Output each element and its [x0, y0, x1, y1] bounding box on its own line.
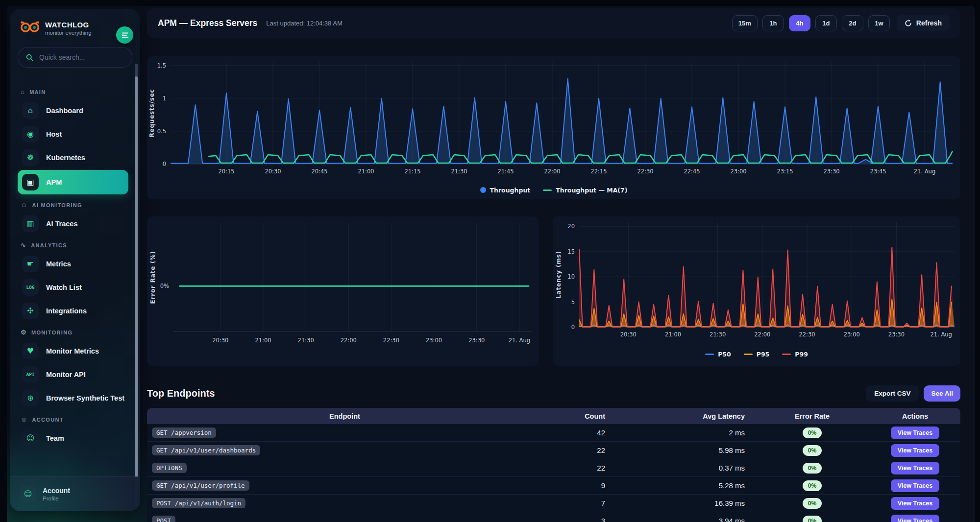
svg-text:21:00: 21:00 — [255, 337, 271, 344]
column-header-endpoint: Endpoint — [147, 412, 541, 420]
range-1d-button[interactable]: 1d — [815, 15, 837, 31]
see-all-button[interactable]: See All — [924, 385, 960, 402]
sidebar-item-ai-traces[interactable]: ▥AI Traces — [18, 213, 130, 235]
svg-text:21:45: 21:45 — [497, 168, 514, 175]
table-row: POST /api/v1/auth/login716.39 ms0%View T… — [147, 495, 960, 512]
column-header-error-rate: Error Rate — [755, 412, 870, 420]
svg-text:21:30: 21:30 — [451, 168, 467, 175]
puzzle-icon: ✣ — [27, 307, 33, 315]
sidebar-item-watch-list[interactable]: LOGWatch List — [18, 276, 130, 298]
sidebar-item-label: Watch List — [46, 284, 82, 291]
error-rate-cell: 0% — [755, 445, 870, 456]
legend-item-p50[interactable]: P50 — [705, 351, 731, 358]
range-1w-button[interactable]: 1w — [868, 15, 890, 31]
sidebar-item-metrics[interactable]: ☛Metrics — [18, 253, 130, 275]
sidebar-item-dashboard[interactable]: ⌂Dashboard — [18, 99, 130, 121]
endpoint-badge: OPTIONS — [152, 463, 187, 473]
tap-icon: ☛ — [27, 260, 34, 268]
svg-text:22:45: 22:45 — [684, 168, 700, 175]
throughput-chart[interactable]: 20:1520:3020:4521:0021:1521:3021:4522:00… — [147, 56, 960, 182]
home-outline-icon: ⌂ — [21, 88, 25, 95]
table-row: OPTIONS220.37 ms0%View Traces — [147, 459, 960, 477]
legend-item-p99[interactable]: P99 — [782, 351, 808, 358]
range-15m-button[interactable]: 15m — [732, 15, 758, 31]
endpoints-title: Top Endpoints — [147, 388, 215, 399]
view-traces-button[interactable]: View Traces — [891, 479, 939, 492]
svg-text:0: 0 — [571, 324, 575, 331]
throughput-legend: ThroughputThroughput — MA(7) — [147, 182, 960, 198]
search-input[interactable] — [38, 53, 123, 62]
actions-cell: View Traces — [870, 427, 960, 439]
latency-chart[interactable]: 20:3021:0021:3022:0022:3023:0023:3021. A… — [553, 216, 960, 346]
sidebar-item-label: APM — [46, 178, 62, 186]
view-traces-button[interactable]: View Traces — [891, 427, 939, 439]
error-rate-pill: 0% — [803, 498, 822, 509]
svg-text:23:30: 23:30 — [888, 331, 905, 338]
sidebar-item-monitor-metrics[interactable]: ♥Monitor Metrics — [18, 340, 130, 362]
sidebar-item-integrations[interactable]: ✣Integrations — [18, 300, 130, 322]
view-traces-button[interactable]: View Traces — [891, 444, 939, 457]
refresh-button[interactable]: Refresh — [897, 15, 950, 31]
svg-text:0.5: 0.5 — [157, 128, 166, 135]
error-rate-cell: 0% — [755, 480, 870, 491]
actions-cell: View Traces — [870, 462, 960, 475]
svg-text:20:15: 20:15 — [218, 168, 234, 175]
svg-text:22:00: 22:00 — [341, 337, 357, 344]
table-header-row: EndpointCountAvg LatencyError RateAction… — [147, 408, 960, 424]
quick-search[interactable] — [18, 47, 132, 68]
range-4h-button[interactable]: 4h — [789, 15, 810, 31]
svg-text:22:30: 22:30 — [799, 331, 815, 338]
svg-text:20:30: 20:30 — [265, 168, 281, 175]
error-rate-chart[interactable]: 20:3021:0021:3022:0022:3023:0023:3021. A… — [147, 216, 539, 366]
range-2d-button[interactable]: 2d — [842, 15, 863, 31]
sidebar-nav: ⌂MAIN⌂Dashboard◉Host☸Kubernetes▣APM☺AI M… — [10, 81, 135, 475]
error-rate-pill: 0% — [803, 427, 822, 438]
sidebar-collapse-button[interactable] — [116, 26, 133, 44]
sidebar-item-team[interactable]: ☺Team — [18, 427, 130, 449]
legend-item-p95[interactable]: P95 — [744, 351, 770, 358]
latency-legend: P50P95P99 — [553, 346, 960, 362]
range-1h-button[interactable]: 1h — [762, 15, 784, 31]
last-updated: Last updated: 12:04:38 AM — [266, 20, 342, 27]
avg-latency-cell: 5.28 ms — [615, 481, 755, 490]
sidebar-item-label: Monitor Metrics — [46, 347, 99, 355]
sidebar-item-monitor-api[interactable]: APIMonitor API — [18, 363, 130, 385]
endpoint-cell: OPTIONS — [147, 463, 541, 473]
endpoint-badge: POST /api/v1/auth/login — [152, 498, 245, 508]
view-traces-button[interactable]: View Traces — [891, 497, 939, 510]
legend-item-throughput-ma-7[interactable]: Throughput — MA(7) — [543, 187, 627, 194]
error-rate-cell: 0% — [755, 498, 870, 509]
export-csv-button[interactable]: Export CSV — [866, 385, 919, 402]
svg-text:10: 10 — [567, 273, 575, 280]
view-traces-button[interactable]: View Traces — [891, 515, 939, 522]
user-plus-icon: ☺ — [26, 434, 35, 442]
legend-dash-icon — [744, 354, 753, 355]
sidebar-item-apm[interactable]: ▣APM — [18, 170, 128, 194]
sidebar-item-label: Dashboard — [46, 107, 83, 115]
svg-text:Requests/sec: Requests/sec — [148, 89, 155, 137]
column-header-actions: Actions — [870, 412, 960, 420]
count-cell: 9 — [541, 481, 615, 490]
sidebar-section-main: ⌂MAIN — [21, 88, 132, 95]
sidebar: WATCHLOG monitor everything ⌂MAIN⌂Dashbo… — [10, 9, 140, 511]
avg-latency-cell: 5.98 ms — [615, 446, 755, 454]
brand-tagline: monitor everything — [45, 30, 92, 36]
sidebar-item-label: Browser Synthetic Test — [46, 394, 124, 402]
svg-text:20:45: 20:45 — [311, 168, 327, 175]
sidebar-item-host[interactable]: ◉Host — [18, 123, 130, 145]
sidebar-item-browser-synthetic-test[interactable]: ⊕Browser Synthetic Test — [18, 387, 130, 409]
svg-text:Error Rate (%): Error Rate (%) — [149, 251, 156, 304]
sidebar-scrollbar-thumb[interactable] — [135, 76, 138, 478]
actions-cell: View Traces — [870, 444, 960, 457]
endpoint-cell: POST — [147, 516, 541, 522]
legend-item-throughput[interactable]: Throughput — [480, 187, 531, 194]
legend-dot-icon — [480, 187, 486, 193]
endpoint-cell: GET /api/v1/user/profile — [147, 480, 541, 491]
svg-text:23:00: 23:00 — [426, 337, 442, 344]
sidebar-item-kubernetes[interactable]: ☸Kubernetes — [18, 146, 130, 168]
view-traces-button[interactable]: View Traces — [891, 462, 939, 475]
column-header-avg-latency: Avg Latency — [615, 412, 755, 420]
account-footer[interactable]: ☺ Account Profile — [10, 476, 140, 511]
legend-dash-icon — [782, 354, 791, 355]
avg-latency-cell: 2 ms — [615, 428, 755, 437]
